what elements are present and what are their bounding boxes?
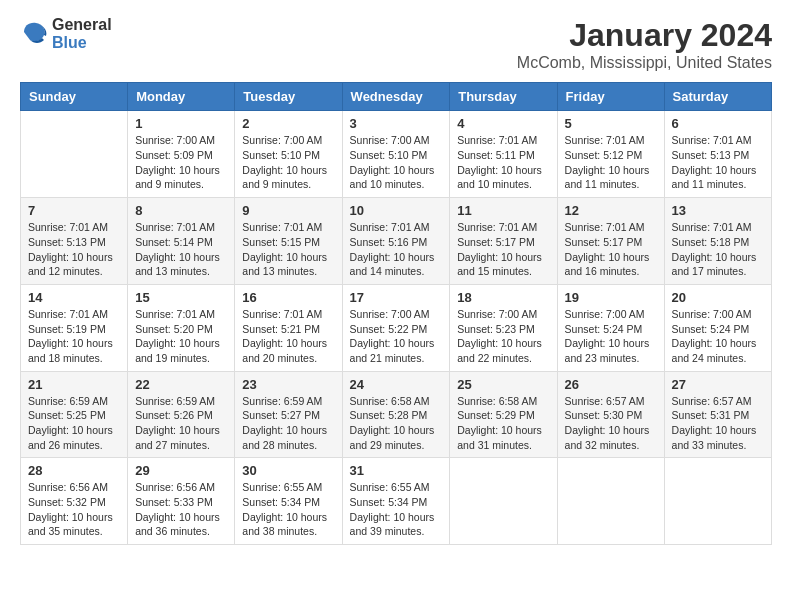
day-number: 3 (350, 116, 443, 131)
calendar-cell (664, 458, 771, 545)
calendar-cell: 20Sunrise: 7:00 AMSunset: 5:24 PMDayligh… (664, 284, 771, 371)
calendar-header-wednesday: Wednesday (342, 83, 450, 111)
day-info: Sunrise: 6:59 AMSunset: 5:26 PMDaylight:… (135, 394, 227, 453)
calendar-cell: 31Sunrise: 6:55 AMSunset: 5:34 PMDayligh… (342, 458, 450, 545)
day-info: Sunrise: 7:01 AMSunset: 5:20 PMDaylight:… (135, 307, 227, 366)
day-info: Sunrise: 6:55 AMSunset: 5:34 PMDaylight:… (242, 480, 334, 539)
day-info: Sunrise: 7:00 AMSunset: 5:22 PMDaylight:… (350, 307, 443, 366)
day-info: Sunrise: 7:00 AMSunset: 5:09 PMDaylight:… (135, 133, 227, 192)
day-info: Sunrise: 7:01 AMSunset: 5:12 PMDaylight:… (565, 133, 657, 192)
calendar-cell (557, 458, 664, 545)
calendar-header-saturday: Saturday (664, 83, 771, 111)
day-info: Sunrise: 7:00 AMSunset: 5:24 PMDaylight:… (565, 307, 657, 366)
calendar-cell: 25Sunrise: 6:58 AMSunset: 5:29 PMDayligh… (450, 371, 557, 458)
day-number: 24 (350, 377, 443, 392)
calendar-cell: 9Sunrise: 7:01 AMSunset: 5:15 PMDaylight… (235, 198, 342, 285)
day-info: Sunrise: 7:01 AMSunset: 5:15 PMDaylight:… (242, 220, 334, 279)
calendar-header-tuesday: Tuesday (235, 83, 342, 111)
calendar-cell: 18Sunrise: 7:00 AMSunset: 5:23 PMDayligh… (450, 284, 557, 371)
day-info: Sunrise: 6:56 AMSunset: 5:33 PMDaylight:… (135, 480, 227, 539)
day-number: 5 (565, 116, 657, 131)
day-number: 10 (350, 203, 443, 218)
day-number: 26 (565, 377, 657, 392)
day-number: 28 (28, 463, 120, 478)
calendar-cell: 19Sunrise: 7:00 AMSunset: 5:24 PMDayligh… (557, 284, 664, 371)
calendar-cell: 27Sunrise: 6:57 AMSunset: 5:31 PMDayligh… (664, 371, 771, 458)
day-info: Sunrise: 7:00 AMSunset: 5:23 PMDaylight:… (457, 307, 549, 366)
calendar-week-row: 28Sunrise: 6:56 AMSunset: 5:32 PMDayligh… (21, 458, 772, 545)
logo-text-general: General (52, 16, 112, 34)
calendar-cell: 12Sunrise: 7:01 AMSunset: 5:17 PMDayligh… (557, 198, 664, 285)
day-number: 17 (350, 290, 443, 305)
calendar-cell: 2Sunrise: 7:00 AMSunset: 5:10 PMDaylight… (235, 111, 342, 198)
title-area: January 2024 McComb, Mississippi, United… (517, 16, 772, 72)
day-number: 19 (565, 290, 657, 305)
calendar-cell: 30Sunrise: 6:55 AMSunset: 5:34 PMDayligh… (235, 458, 342, 545)
logo-icon (20, 18, 48, 50)
calendar-header-sunday: Sunday (21, 83, 128, 111)
calendar-header-row: SundayMondayTuesdayWednesdayThursdayFrid… (21, 83, 772, 111)
calendar-cell: 15Sunrise: 7:01 AMSunset: 5:20 PMDayligh… (128, 284, 235, 371)
day-info: Sunrise: 7:00 AMSunset: 5:10 PMDaylight:… (350, 133, 443, 192)
day-info: Sunrise: 7:01 AMSunset: 5:19 PMDaylight:… (28, 307, 120, 366)
calendar-week-row: 1Sunrise: 7:00 AMSunset: 5:09 PMDaylight… (21, 111, 772, 198)
calendar-cell: 6Sunrise: 7:01 AMSunset: 5:13 PMDaylight… (664, 111, 771, 198)
day-number: 2 (242, 116, 334, 131)
page-title: January 2024 (517, 16, 772, 54)
day-info: Sunrise: 7:01 AMSunset: 5:13 PMDaylight:… (672, 133, 764, 192)
calendar-cell: 10Sunrise: 7:01 AMSunset: 5:16 PMDayligh… (342, 198, 450, 285)
calendar-cell: 16Sunrise: 7:01 AMSunset: 5:21 PMDayligh… (235, 284, 342, 371)
calendar-cell: 13Sunrise: 7:01 AMSunset: 5:18 PMDayligh… (664, 198, 771, 285)
day-info: Sunrise: 7:01 AMSunset: 5:17 PMDaylight:… (457, 220, 549, 279)
page-subtitle: McComb, Mississippi, United States (517, 54, 772, 72)
day-number: 30 (242, 463, 334, 478)
day-info: Sunrise: 6:55 AMSunset: 5:34 PMDaylight:… (350, 480, 443, 539)
day-number: 14 (28, 290, 120, 305)
calendar-cell: 23Sunrise: 6:59 AMSunset: 5:27 PMDayligh… (235, 371, 342, 458)
day-number: 27 (672, 377, 764, 392)
day-number: 7 (28, 203, 120, 218)
calendar-table: SundayMondayTuesdayWednesdayThursdayFrid… (20, 82, 772, 545)
day-info: Sunrise: 7:01 AMSunset: 5:18 PMDaylight:… (672, 220, 764, 279)
day-number: 4 (457, 116, 549, 131)
calendar-week-row: 14Sunrise: 7:01 AMSunset: 5:19 PMDayligh… (21, 284, 772, 371)
calendar-cell: 28Sunrise: 6:56 AMSunset: 5:32 PMDayligh… (21, 458, 128, 545)
calendar-cell: 5Sunrise: 7:01 AMSunset: 5:12 PMDaylight… (557, 111, 664, 198)
calendar-cell (450, 458, 557, 545)
day-number: 20 (672, 290, 764, 305)
logo: General Blue (20, 16, 112, 51)
day-number: 9 (242, 203, 334, 218)
day-number: 22 (135, 377, 227, 392)
day-number: 11 (457, 203, 549, 218)
calendar-cell: 22Sunrise: 6:59 AMSunset: 5:26 PMDayligh… (128, 371, 235, 458)
day-info: Sunrise: 6:58 AMSunset: 5:29 PMDaylight:… (457, 394, 549, 453)
calendar-cell (21, 111, 128, 198)
day-number: 25 (457, 377, 549, 392)
day-info: Sunrise: 6:57 AMSunset: 5:30 PMDaylight:… (565, 394, 657, 453)
calendar-cell: 26Sunrise: 6:57 AMSunset: 5:30 PMDayligh… (557, 371, 664, 458)
day-info: Sunrise: 7:01 AMSunset: 5:21 PMDaylight:… (242, 307, 334, 366)
day-number: 21 (28, 377, 120, 392)
day-number: 13 (672, 203, 764, 218)
calendar-cell: 11Sunrise: 7:01 AMSunset: 5:17 PMDayligh… (450, 198, 557, 285)
day-info: Sunrise: 7:01 AMSunset: 5:14 PMDaylight:… (135, 220, 227, 279)
day-info: Sunrise: 6:58 AMSunset: 5:28 PMDaylight:… (350, 394, 443, 453)
header: General Blue January 2024 McComb, Missis… (20, 16, 772, 72)
calendar-header-monday: Monday (128, 83, 235, 111)
day-info: Sunrise: 7:01 AMSunset: 5:17 PMDaylight:… (565, 220, 657, 279)
day-number: 23 (242, 377, 334, 392)
calendar-cell: 7Sunrise: 7:01 AMSunset: 5:13 PMDaylight… (21, 198, 128, 285)
day-info: Sunrise: 6:59 AMSunset: 5:25 PMDaylight:… (28, 394, 120, 453)
day-number: 6 (672, 116, 764, 131)
logo-text-blue: Blue (52, 34, 112, 52)
calendar-cell: 24Sunrise: 6:58 AMSunset: 5:28 PMDayligh… (342, 371, 450, 458)
day-info: Sunrise: 7:01 AMSunset: 5:11 PMDaylight:… (457, 133, 549, 192)
calendar-header-thursday: Thursday (450, 83, 557, 111)
calendar-cell: 21Sunrise: 6:59 AMSunset: 5:25 PMDayligh… (21, 371, 128, 458)
day-info: Sunrise: 7:00 AMSunset: 5:10 PMDaylight:… (242, 133, 334, 192)
day-info: Sunrise: 6:59 AMSunset: 5:27 PMDaylight:… (242, 394, 334, 453)
calendar-week-row: 7Sunrise: 7:01 AMSunset: 5:13 PMDaylight… (21, 198, 772, 285)
calendar-cell: 3Sunrise: 7:00 AMSunset: 5:10 PMDaylight… (342, 111, 450, 198)
calendar-cell: 29Sunrise: 6:56 AMSunset: 5:33 PMDayligh… (128, 458, 235, 545)
day-number: 16 (242, 290, 334, 305)
